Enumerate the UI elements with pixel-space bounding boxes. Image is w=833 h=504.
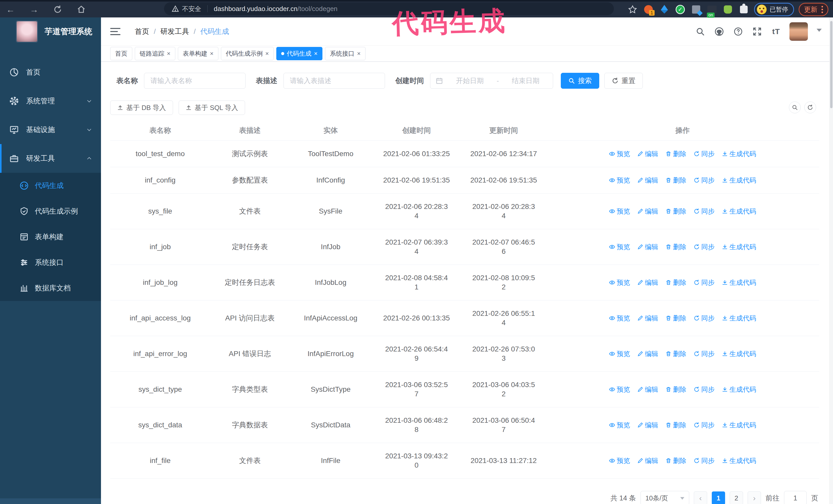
preview-link[interactable]: 预览 [609, 349, 630, 358]
profile-paused-badge[interactable]: 已暂停 [754, 3, 794, 16]
delete-link[interactable]: 删除 [665, 314, 686, 323]
header-search-icon[interactable] [695, 26, 706, 37]
extension-check-icon[interactable]: ✓ [674, 4, 686, 15]
import-db-button[interactable]: 基于 DB 导入 [110, 100, 173, 115]
sidebar-item-system-api[interactable]: 系统接口 [0, 250, 101, 275]
edit-link[interactable]: 编辑 [637, 456, 658, 465]
generate-code-link[interactable]: 生成代码 [722, 314, 756, 323]
sync-link[interactable]: 同步 [694, 278, 715, 287]
date-range-picker[interactable]: 开始日期 - 结束日期 [430, 73, 553, 89]
generate-code-link[interactable]: 生成代码 [722, 349, 756, 358]
sync-link[interactable]: 同步 [694, 149, 715, 159]
delete-link[interactable]: 删除 [665, 385, 686, 394]
generate-code-link[interactable]: 生成代码 [722, 242, 756, 251]
bookmark-star-icon[interactable] [627, 4, 638, 15]
sidebar-item-home[interactable]: 首页 [0, 58, 101, 87]
generate-code-link[interactable]: 生成代码 [722, 175, 756, 185]
start-date-placeholder[interactable]: 开始日期 [448, 76, 492, 86]
sync-link[interactable]: 同步 [694, 207, 715, 216]
address-bar[interactable]: 不安全 dashboard.yudao.iocoder.cn /tool/cod… [164, 2, 614, 15]
preview-link[interactable]: 预览 [609, 278, 630, 287]
delete-link[interactable]: 删除 [665, 278, 686, 287]
edit-link[interactable]: 编辑 [637, 175, 658, 185]
preview-link[interactable]: 预览 [609, 456, 630, 465]
page-scrollbar[interactable] [829, 18, 833, 504]
sync-link[interactable]: 同步 [694, 242, 715, 251]
sidebar-item-devtools[interactable]: 研发工具 [0, 144, 101, 173]
github-icon[interactable] [714, 26, 725, 37]
sync-link[interactable]: 同步 [694, 175, 715, 185]
sidebar-item-codegen-example[interactable]: 代码生成示例 [0, 198, 101, 224]
generate-code-link[interactable]: 生成代码 [722, 207, 756, 216]
delete-link[interactable]: 删除 [665, 175, 686, 185]
sync-link[interactable]: 同步 [694, 421, 715, 430]
tab[interactable]: 系统接口 × [325, 47, 365, 60]
preview-link[interactable]: 预览 [609, 207, 630, 216]
delete-link[interactable]: 删除 [665, 349, 686, 358]
delete-link[interactable]: 删除 [665, 456, 686, 465]
next-page-button[interactable]: › [748, 491, 761, 504]
refresh-table-button[interactable] [804, 101, 816, 113]
avatar-caret-icon[interactable] [816, 29, 822, 34]
edit-link[interactable]: 编辑 [637, 242, 658, 251]
breadcrumb-home[interactable]: 首页 [135, 27, 149, 37]
search-button[interactable]: 搜索 [561, 73, 599, 89]
tab[interactable]: 代码生成 × [276, 47, 323, 60]
preview-link[interactable]: 预览 [609, 385, 630, 394]
tab-close-icon[interactable]: × [265, 50, 269, 57]
generate-code-link[interactable]: 生成代码 [722, 421, 756, 430]
sync-link[interactable]: 同步 [694, 456, 715, 465]
sync-link[interactable]: 同步 [694, 314, 715, 323]
page-number-button[interactable]: 2 [730, 491, 743, 504]
sidebar-collapse-icon[interactable] [110, 28, 120, 35]
browser-update-button[interactable]: 更新 [799, 3, 828, 16]
edit-link[interactable]: 编辑 [637, 207, 658, 216]
table-desc-input[interactable]: 请输入表描述 [284, 73, 385, 89]
page-number-button[interactable]: 1 [712, 491, 725, 504]
table-name-input[interactable]: 请输入表名称 [144, 73, 245, 89]
preview-link[interactable]: 预览 [609, 242, 630, 251]
sidebar-item-infra[interactable]: 基础设施 [0, 115, 101, 144]
end-date-placeholder[interactable]: 结束日期 [503, 76, 548, 86]
extension-adblock-icon[interactable]: 1 [643, 4, 654, 15]
goto-page-input[interactable]: 1 [784, 491, 807, 504]
browser-menu-icon[interactable] [822, 6, 823, 13]
tab[interactable]: 首页 × [110, 47, 132, 60]
sidebar-item-system[interactable]: 系统管理 [0, 87, 101, 115]
generate-code-link[interactable]: 生成代码 [722, 385, 756, 394]
delete-link[interactable]: 删除 [665, 149, 686, 159]
edit-link[interactable]: 编辑 [637, 385, 658, 394]
toggle-search-button[interactable] [789, 101, 801, 113]
tab-close-icon[interactable]: × [314, 50, 317, 57]
tab[interactable]: 表单构建 × [178, 47, 218, 60]
extension-gem-icon[interactable] [659, 4, 670, 15]
edit-link[interactable]: 编辑 [637, 149, 658, 159]
tab[interactable]: 链路追踪 × [135, 47, 175, 60]
sidebar-item-form-builder[interactable]: 表单构建 [0, 224, 101, 250]
extension-switch-icon[interactable]: on [706, 4, 718, 15]
tab-close-icon[interactable]: × [167, 50, 170, 57]
edit-link[interactable]: 编辑 [637, 314, 658, 323]
browser-home-button[interactable] [75, 4, 87, 16]
extensions-puzzle-icon[interactable] [738, 4, 749, 15]
delete-link[interactable]: 删除 [665, 207, 686, 216]
generate-code-link[interactable]: 生成代码 [722, 456, 756, 465]
reset-button[interactable]: 重置 [604, 73, 643, 89]
user-avatar[interactable] [789, 22, 808, 41]
page-size-select[interactable]: 10条/页 [641, 491, 689, 504]
sidebar-item-db-doc[interactable]: 数据库文档 [0, 275, 101, 301]
edit-link[interactable]: 编辑 [637, 421, 658, 430]
security-warning[interactable]: 不安全 [172, 5, 201, 13]
edit-link[interactable]: 编辑 [637, 278, 658, 287]
prev-page-button[interactable]: ‹ [694, 491, 707, 504]
delete-link[interactable]: 删除 [665, 242, 686, 251]
browser-back-button[interactable]: ← [5, 4, 17, 16]
generate-code-link[interactable]: 生成代码 [722, 149, 756, 159]
extension-android-icon[interactable] [722, 4, 734, 15]
tab-close-icon[interactable]: × [357, 50, 361, 57]
preview-link[interactable]: 预览 [609, 314, 630, 323]
fullscreen-icon[interactable] [752, 26, 763, 37]
tab[interactable]: 代码生成示例 × [221, 47, 274, 60]
browser-reload-button[interactable] [52, 4, 64, 16]
sync-link[interactable]: 同步 [694, 349, 715, 358]
